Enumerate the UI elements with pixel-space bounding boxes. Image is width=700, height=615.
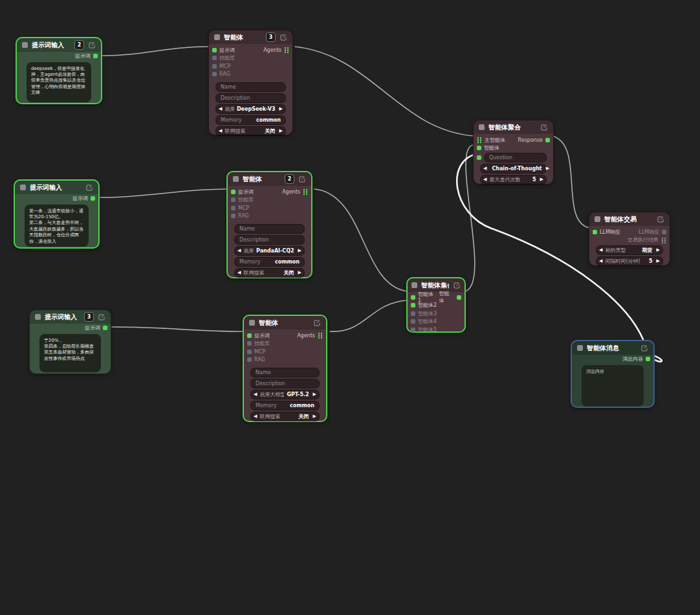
input-port-agent1[interactable] xyxy=(411,295,415,300)
input-port-rag[interactable] xyxy=(231,214,235,218)
node-header[interactable]: 智能体 2 xyxy=(228,172,311,186)
node-agent-1[interactable]: 智能体 3 提示词 Agents 技能库 MCP RAG Name Descri… xyxy=(208,30,293,135)
input-port-llm-response[interactable] xyxy=(593,230,597,234)
node-header[interactable]: 提示词输入 2 xyxy=(17,38,101,52)
prev-arrow-icon[interactable] xyxy=(599,259,602,263)
input-port-prompt[interactable] xyxy=(231,190,235,194)
input-port-agent[interactable] xyxy=(477,146,481,150)
next-arrow-icon[interactable] xyxy=(313,392,316,397)
node-header[interactable]: 提示词输入 3 xyxy=(30,310,111,324)
node-header[interactable]: 智能体 3 xyxy=(209,30,292,44)
llm-response-output-port[interactable] xyxy=(662,230,666,234)
web-search-selector[interactable]: 联网搜索关闭 xyxy=(234,268,305,278)
name-input[interactable]: Name xyxy=(215,82,286,92)
node-agent-aggregate[interactable]: 智能体聚合 主智能体 Response 智能体 Question 计 ...Ch… xyxy=(473,120,554,184)
prev-arrow-icon[interactable] xyxy=(599,248,602,252)
memory-input[interactable]: Memorycommon xyxy=(234,257,305,267)
input-port-main-agent[interactable] xyxy=(477,137,482,143)
question-input[interactable]: Question xyxy=(484,153,547,162)
input-port-mcp[interactable] xyxy=(212,64,217,69)
edit-icon[interactable] xyxy=(298,175,306,183)
wire-agent3-collection[interactable] xyxy=(330,300,407,331)
input-port-agent3[interactable] xyxy=(411,311,415,316)
node-prompt-input-2[interactable]: 提示词输入 提示词 第一条，流通市值较小，通常为20-150亿。 第二条，与大盘… xyxy=(14,179,100,249)
input-port-agent5[interactable] xyxy=(411,328,415,332)
wire-agent1-aggregate[interactable] xyxy=(295,47,474,136)
response-output-port[interactable] xyxy=(545,138,550,142)
target-type-selector[interactable]: 标的类型期货 xyxy=(596,245,663,255)
next-arrow-icon[interactable] xyxy=(298,271,301,275)
input-port-skills[interactable] xyxy=(231,197,235,202)
wire-aggregate-trade[interactable] xyxy=(552,136,589,228)
node-prompt-input-3[interactable]: 提示词输入 3 提示词 于20%， 第四条，启动前长期横盘 第五条题材驱动，多由… xyxy=(29,309,111,374)
next-arrow-icon[interactable] xyxy=(657,259,660,263)
agents-output-port[interactable] xyxy=(284,47,289,53)
wire-agent2-collection[interactable] xyxy=(314,189,407,291)
edit-icon[interactable] xyxy=(88,41,96,49)
web-search-selector[interactable]: 联网搜索关闭 xyxy=(250,412,320,421)
node-header[interactable]: 智能体 xyxy=(244,316,326,330)
prev-arrow-icon[interactable] xyxy=(483,177,487,182)
next-arrow-icon[interactable] xyxy=(546,166,549,171)
input-port-mcp[interactable] xyxy=(247,350,252,354)
input-port-agent2[interactable] xyxy=(411,303,415,308)
node-header[interactable]: 智能体交易 xyxy=(589,212,670,226)
next-arrow-icon[interactable] xyxy=(298,249,301,253)
input-port-agent4[interactable] xyxy=(411,319,415,324)
node-header[interactable]: 智能体消息 xyxy=(572,341,653,355)
edit-icon[interactable] xyxy=(279,34,287,41)
name-input[interactable]: Name xyxy=(234,224,305,234)
flow-canvas[interactable]: 提示词输入 2 提示词 deepseek，你是中国量化神，主agent必须是你，… xyxy=(0,0,700,615)
prev-arrow-icon[interactable] xyxy=(483,166,487,171)
input-port-rag[interactable] xyxy=(212,72,217,76)
node-agent-message[interactable]: 智能体消息 消息内容 消息内容 xyxy=(571,340,655,408)
next-arrow-icon[interactable] xyxy=(279,107,283,111)
prompt-textarea[interactable]: deepseek，你是中国量化神，主agent必须是你，由你来负责热点搜集以及仓… xyxy=(27,62,91,102)
prev-arrow-icon[interactable] xyxy=(254,392,257,397)
node-agent-3[interactable]: 智能体 提示词 Agents 技能库 MCP RAG Name Descript… xyxy=(243,315,327,422)
edit-icon[interactable] xyxy=(85,184,93,192)
agents-output-port[interactable] xyxy=(318,332,323,339)
prev-arrow-icon[interactable] xyxy=(219,107,222,111)
node-agent-2[interactable]: 智能体 2 提示词 Agents 技能库 MCP RAG Name Descri… xyxy=(226,171,312,278)
input-port-rag[interactable] xyxy=(247,357,252,362)
next-arrow-icon[interactable] xyxy=(279,129,283,133)
message-textarea[interactable]: 消息内容 xyxy=(582,365,644,407)
node-header[interactable]: 提示词输入 xyxy=(15,181,98,194)
model-selector[interactable]: 底座大...DeepSeek-V3 xyxy=(215,104,286,114)
node-agent-collection[interactable]: 智能体集合 智能体1 智能体 智能体2 智能体3 智能体4 智能体5 xyxy=(406,277,466,333)
node-prompt-input-1[interactable]: 提示词输入 2 提示词 deepseek，你是中国量化神，主agent必须是你，… xyxy=(16,37,102,104)
prompt-textarea[interactable]: 于20%， 第四条，启动前长期横盘 第五条题材驱动，多由突发性事件或市场热点 xyxy=(39,334,101,372)
input-port-skills[interactable] xyxy=(247,341,252,346)
agent-output-port[interactable] xyxy=(457,295,461,300)
next-arrow-icon[interactable] xyxy=(657,248,660,252)
prompt-textarea[interactable]: 第一条，流通市值较小，通常为20-150亿。 第二条，与大盘走势不同，大盘越跌妖… xyxy=(25,205,89,247)
web-search-selector[interactable]: 联网搜索关闭 xyxy=(215,126,286,136)
wire-prompt3-agent3[interactable] xyxy=(112,327,243,331)
edit-icon[interactable] xyxy=(313,319,321,327)
prev-arrow-icon[interactable] xyxy=(237,271,241,275)
input-port-question[interactable] xyxy=(477,155,481,160)
node-agent-trade[interactable]: 智能体交易 LLM响应 LLM响应 交易执行结果 标的类型期货 间隔时间(分钟)… xyxy=(589,212,670,266)
node-header[interactable]: 智能体聚合 xyxy=(474,120,553,134)
prev-arrow-icon[interactable] xyxy=(237,249,241,253)
input-port-prompt[interactable] xyxy=(247,333,252,338)
reasoning-mode-selector[interactable]: 计 ...Chain-of-Thought xyxy=(480,164,547,173)
edit-icon[interactable] xyxy=(640,344,648,352)
input-port-prompt[interactable] xyxy=(212,48,217,52)
description-input[interactable]: Description xyxy=(234,235,305,245)
edit-icon[interactable] xyxy=(540,124,548,131)
prev-arrow-icon[interactable] xyxy=(219,129,222,133)
agents-output-port[interactable] xyxy=(303,188,308,195)
memory-input[interactable]: Memorycommon xyxy=(250,401,320,410)
edit-icon[interactable] xyxy=(98,313,105,321)
memory-input[interactable]: Memorycommon xyxy=(215,115,286,125)
wire-prompt2-agent2[interactable] xyxy=(100,189,227,197)
message-output-port[interactable] xyxy=(646,357,650,361)
description-input[interactable]: Description xyxy=(250,379,320,388)
input-port-mcp[interactable] xyxy=(231,206,235,210)
edit-icon[interactable] xyxy=(453,282,461,289)
name-input[interactable]: Name xyxy=(250,368,320,377)
prompt-output-port[interactable] xyxy=(93,54,98,58)
wire-prompt1-agent1[interactable] xyxy=(102,47,209,56)
